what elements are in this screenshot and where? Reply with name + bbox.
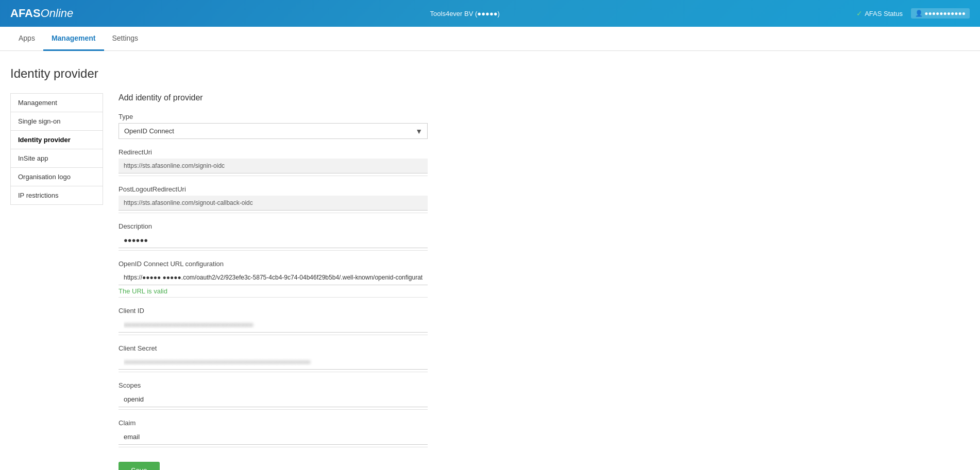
form-group-openid-url: OpenID Connect URL configuration The URL… [119, 260, 428, 298]
description-input[interactable] [119, 233, 428, 248]
user-info[interactable]: 👤 ●●●●●●●●●●● [911, 8, 970, 19]
content-layout: Management Single sign-on Identity provi… [10, 93, 556, 470]
form-group-redirect-uri: RedirectUri https://sts.afasonline.com/s… [119, 148, 428, 176]
header: AFASOnline Tools4ever BV (●●●●●) ✓ AFAS … [0, 0, 980, 27]
form-group-scopes: Scopes [119, 381, 428, 410]
claim-input[interactable] [119, 429, 428, 445]
divider [119, 409, 428, 410]
tab-apps[interactable]: Apps [10, 27, 43, 51]
divider [119, 176, 428, 176]
form-group-description: Description [119, 222, 428, 251]
divider [119, 250, 428, 251]
client-secret-input[interactable] [119, 355, 428, 370]
sidebar-item-insite-app[interactable]: InSite app [10, 149, 103, 168]
sidebar-item-organisation-logo[interactable]: Organisation logo [10, 168, 103, 186]
logo-afas: AFAS [10, 7, 41, 20]
sidebar-item-ip-restrictions[interactable]: IP restrictions [10, 186, 103, 205]
client-id-label: Client ID [119, 307, 428, 315]
type-select-wrapper: OpenID Connect SAML 2.0 ▼ [119, 123, 428, 139]
form-content: Add identity of provider Type OpenID Con… [119, 93, 428, 470]
status-label: AFAS Status [865, 10, 903, 18]
form-group-client-secret: Client Secret [119, 344, 428, 372]
divider [119, 297, 428, 298]
sidebar-item-single-sign-on[interactable]: Single sign-on [10, 112, 103, 131]
openid-url-input[interactable] [119, 270, 428, 285]
scopes-label: Scopes [119, 381, 428, 389]
type-label: Type [119, 113, 428, 120]
company-name: Tools4ever BV (●●●●●) [430, 10, 500, 18]
user-icon: 👤 [915, 10, 923, 17]
tab-management[interactable]: Management [43, 27, 104, 51]
nav-tabs: Apps Management Settings [0, 27, 980, 51]
main-content: Identity provider Management Single sign… [0, 51, 567, 470]
sidebar-menu: Management Single sign-on Identity provi… [10, 93, 103, 470]
divider [119, 213, 428, 213]
company-info: Tools4ever BV (●●●●●) [430, 10, 500, 18]
post-logout-label: PostLogoutRedirectUri [119, 185, 428, 193]
url-valid-text: The URL is valid [119, 287, 428, 295]
form-group-claim: Claim [119, 419, 428, 447]
page-title: Identity provider [10, 66, 556, 81]
logo: AFASOnline [10, 7, 73, 20]
logo-online: Online [41, 7, 74, 20]
form-group-type: Type OpenID Connect SAML 2.0 ▼ [119, 113, 428, 139]
client-id-input[interactable] [119, 317, 428, 333]
header-right: ✓ AFAS Status 👤 ●●●●●●●●●●● [856, 8, 970, 19]
form-group-client-id: Client ID [119, 307, 428, 335]
divider [119, 372, 428, 372]
save-button[interactable]: Save [119, 462, 160, 470]
type-select[interactable]: OpenID Connect SAML 2.0 [119, 123, 428, 139]
post-logout-value: https://sts.afasonline.com/signout-callb… [119, 196, 428, 211]
user-label: ●●●●●●●●●●● [924, 10, 966, 17]
tab-settings[interactable]: Settings [104, 27, 147, 51]
client-secret-label: Client Secret [119, 344, 428, 352]
afas-status[interactable]: ✓ AFAS Status [856, 9, 903, 18]
form-group-post-logout: PostLogoutRedirectUri https://sts.afason… [119, 185, 428, 213]
redirect-uri-label: RedirectUri [119, 148, 428, 156]
redirect-uri-value: https://sts.afasonline.com/signin-oidc [119, 159, 428, 173]
divider [119, 335, 428, 335]
sidebar-item-management[interactable]: Management [10, 93, 103, 112]
check-icon: ✓ [856, 9, 863, 18]
openid-url-label: OpenID Connect URL configuration [119, 260, 428, 268]
divider [119, 447, 428, 447]
scopes-input[interactable] [119, 392, 428, 407]
sidebar-item-identity-provider[interactable]: Identity provider [10, 131, 103, 149]
form-section-title: Add identity of provider [119, 93, 428, 102]
description-label: Description [119, 222, 428, 230]
claim-label: Claim [119, 419, 428, 427]
